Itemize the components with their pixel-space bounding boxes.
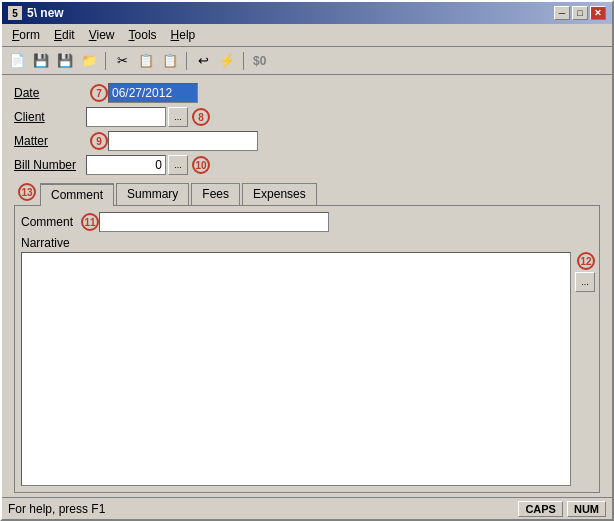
matter-input[interactable] [108, 131, 258, 151]
toolbar: 📄 💾 💾 📁 ✂ 📋 📋 ↩ ⚡ $0 [2, 47, 612, 75]
comment-row: Comment 11 [21, 212, 593, 232]
app-icon: 5 [8, 6, 22, 20]
status-help-text: For help, press F1 [8, 502, 105, 516]
client-input[interactable] [86, 107, 166, 127]
window-controls: ─ □ ✕ [554, 6, 606, 20]
close-button[interactable]: ✕ [590, 6, 606, 20]
title-bar: 5 5\ new ─ □ ✕ [2, 2, 612, 24]
menu-bar: Form Edit View Tools Help [2, 24, 612, 47]
comment-field-label: Comment [21, 215, 73, 229]
matter-row: Matter 9 [14, 131, 600, 151]
date-input[interactable] [108, 83, 198, 103]
circle-10: 10 [192, 156, 210, 174]
narrative-side: 12 ... [573, 252, 593, 486]
circle-12: 12 [577, 252, 595, 270]
billnum-browse-button[interactable]: ... [168, 155, 188, 175]
status-right: CAPS NUM [518, 501, 606, 517]
toolbar-paste[interactable]: 📋 [159, 50, 181, 72]
matter-label: Matter [14, 134, 86, 148]
tab-comment[interactable]: Comment [40, 183, 114, 206]
billnum-input[interactable] [86, 155, 166, 175]
toolbar-sep1 [105, 52, 106, 70]
circle-11: 11 [81, 213, 99, 231]
circle-8: 8 [192, 108, 210, 126]
status-bar: For help, press F1 CAPS NUM [2, 497, 612, 519]
narrative-label: Narrative [21, 236, 593, 250]
client-browse-button[interactable]: ... [168, 107, 188, 127]
date-row: Date 7 [14, 83, 600, 103]
comment-field-input[interactable] [99, 212, 329, 232]
toolbar-new[interactable]: 📄 [6, 50, 28, 72]
tabs-container: 13 Comment Summary Fees Expenses [14, 183, 600, 205]
tab-bar: 13 Comment Summary Fees Expenses [14, 183, 600, 205]
menu-view[interactable]: View [83, 26, 121, 44]
menu-edit[interactable]: Edit [48, 26, 81, 44]
client-label: Client [14, 110, 86, 124]
caps-indicator: CAPS [518, 501, 563, 517]
narrative-browse-button[interactable]: ... [575, 272, 595, 292]
toolbar-amount: $0 [253, 54, 266, 68]
date-label: Date [14, 86, 86, 100]
toolbar-copy[interactable]: 📋 [135, 50, 157, 72]
toolbar-undo[interactable]: ↩ [192, 50, 214, 72]
menu-form[interactable]: Form [6, 26, 46, 44]
billnum-label: Bill Number [14, 158, 86, 172]
narrative-textarea[interactable] [21, 252, 571, 486]
num-indicator: NUM [567, 501, 606, 517]
minimize-button[interactable]: ─ [554, 6, 570, 20]
tab-fees[interactable]: Fees [191, 183, 240, 205]
menu-help[interactable]: Help [165, 26, 202, 44]
form-area: Date 7 Client ... 8 Matter 9 Bill Number… [2, 75, 612, 183]
circle-7: 7 [90, 84, 108, 102]
title-bar-left: 5 5\ new [8, 6, 64, 20]
toolbar-save2[interactable]: 💾 [54, 50, 76, 72]
circle-13: 13 [18, 183, 36, 201]
toolbar-special[interactable]: ⚡ [216, 50, 238, 72]
restore-button[interactable]: □ [572, 6, 588, 20]
toolbar-cut[interactable]: ✂ [111, 50, 133, 72]
toolbar-open[interactable]: 📁 [78, 50, 100, 72]
tab-content-area: Comment 11 Narrative 12 ... [14, 205, 600, 493]
tab-summary[interactable]: Summary [116, 183, 189, 205]
toolbar-sep2 [186, 52, 187, 70]
client-row: Client ... 8 [14, 107, 600, 127]
billnum-row: Bill Number ... 10 [14, 155, 600, 175]
menu-tools[interactable]: Tools [123, 26, 163, 44]
toolbar-sep3 [243, 52, 244, 70]
toolbar-save1[interactable]: 💾 [30, 50, 52, 72]
tab-expenses[interactable]: Expenses [242, 183, 317, 205]
circle-9: 9 [90, 132, 108, 150]
window-title: 5\ new [27, 6, 64, 20]
narrative-container: 12 ... [21, 252, 593, 486]
main-window: 5 5\ new ─ □ ✕ Form Edit View Tools Help… [0, 0, 614, 521]
